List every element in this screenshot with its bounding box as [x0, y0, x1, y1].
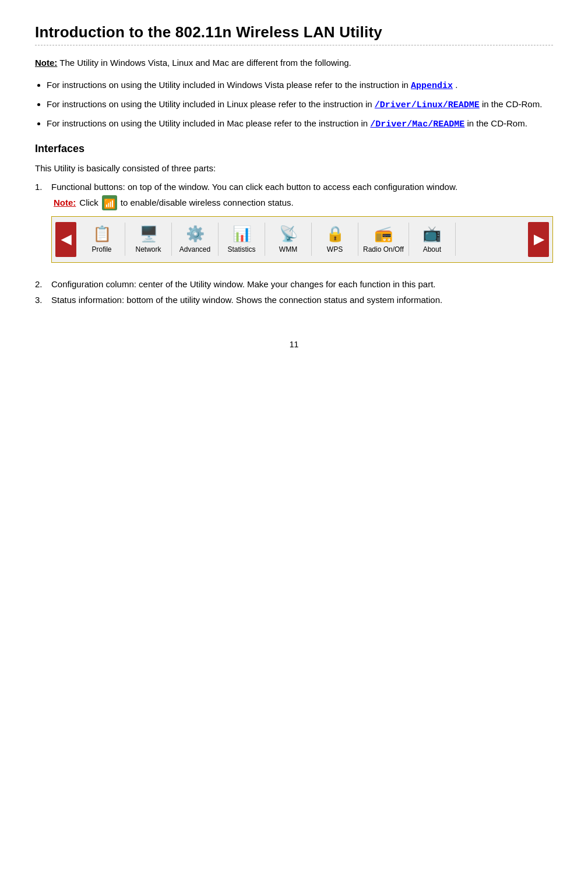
item2-text: Configuration column: center of the Util…: [51, 279, 436, 289]
advanced-label: Advanced: [179, 245, 210, 253]
ordered-list-item-2: 2. Configuration column: center of the U…: [35, 279, 553, 289]
list-num-3: 3.: [35, 295, 48, 305]
item3-text: Status information: bottom of the utilit…: [51, 295, 442, 305]
list-item: For instructions on using the Utility in…: [47, 77, 553, 94]
radio-label: Radio On/Off: [363, 245, 404, 253]
wps-icon: 🔒: [326, 225, 344, 243]
network-label: Network: [135, 245, 161, 253]
item1-text: Functional buttons: on top of the window…: [51, 182, 457, 192]
toolbar-inner: ◀ 📋 Profile 🖥️ Network ⚙️ Advanced: [55, 222, 549, 257]
toolbar-btn-radio[interactable]: 📻 Radio On/Off: [358, 223, 409, 256]
toolbar-btn-wmm[interactable]: 📡 WMM: [265, 223, 312, 256]
svg-text:📶: 📶: [104, 198, 115, 209]
bullet-text-2-before: For instructions on using the Utility in…: [47, 99, 375, 109]
wps-label: WPS: [327, 245, 343, 253]
network-icon: 🖥️: [139, 225, 158, 243]
ordered-list-item-1: 1. Functional buttons: on top of the win…: [35, 182, 553, 273]
list-content-3: Status information: bottom of the utilit…: [51, 295, 553, 305]
about-label: About: [423, 245, 441, 253]
item1-note-text2: to enable/disable wireless connection st…: [121, 198, 294, 207]
toolbar-btn-advanced[interactable]: ⚙️ Advanced: [172, 223, 219, 256]
item1-note: Note: Click 📶 to enable/disable wireless…: [54, 195, 553, 210]
toolbar-image: ◀ 📋 Profile 🖥️ Network ⚙️ Advanced: [51, 216, 553, 263]
title-divider: [35, 45, 553, 45]
item1-note-label: Note:: [54, 198, 76, 207]
interfaces-heading: Interfaces: [35, 143, 553, 155]
bullet-text-3-before: For instructions on using the Utility in…: [47, 118, 370, 128]
bullet-text-3-after: in the CD-Rom.: [467, 118, 527, 128]
bullet-text-1-before: For instructions on using the Utility in…: [47, 80, 411, 90]
page-number: 11: [35, 340, 553, 349]
list-num-1: 1.: [35, 182, 48, 273]
toolbar-right-arrow: ▶: [528, 222, 549, 257]
ordered-list-item-3: 3. Status information: bottom of the uti…: [35, 295, 553, 305]
wmm-icon: 📡: [279, 225, 298, 243]
bullet-text-2-after: in the CD-Rom.: [482, 99, 542, 109]
mac-readme-link[interactable]: /Driver/Mac/README: [370, 119, 464, 129]
item1-note-text: Click: [79, 198, 98, 207]
wifi-enable-icon: 📶: [102, 195, 117, 210]
list-item: For instructions on using the Utility in…: [47, 96, 553, 113]
toolbar-btn-network[interactable]: 🖥️ Network: [125, 223, 172, 256]
toolbar-btn-about[interactable]: 📺 About: [409, 223, 456, 256]
profile-label: Profile: [91, 245, 111, 253]
intro-note: Note: The Utility in Windows Vista, Linu…: [35, 56, 553, 70]
list-content-2: Configuration column: center of the Util…: [51, 279, 553, 289]
page-title: Introduction to the 802.11n Wireless LAN…: [35, 23, 553, 41]
list-item: For instructions on using the Utility in…: [47, 115, 553, 132]
wmm-label: WMM: [279, 245, 297, 253]
bullet-list: For instructions on using the Utility in…: [47, 77, 553, 132]
appendix-link[interactable]: Appendix: [411, 81, 453, 91]
statistics-label: Statistics: [227, 245, 255, 253]
bullet-text-1-after: .: [455, 80, 457, 90]
toolbar-left-arrow: ◀: [55, 222, 76, 257]
toolbar-btn-statistics[interactable]: 📊 Statistics: [219, 223, 265, 256]
statistics-icon: 📊: [233, 225, 251, 243]
toolbar-btn-profile[interactable]: 📋 Profile: [79, 223, 125, 256]
radio-icon: 📻: [374, 225, 393, 243]
interfaces-intro: This Utility is basically consisted of t…: [35, 161, 553, 176]
linux-readme-link[interactable]: /Driver/Linux/README: [375, 100, 480, 110]
note-label: Note:: [35, 58, 57, 68]
note-text: The Utility in Windows Vista, Linux and …: [59, 58, 351, 68]
list-num-2: 2.: [35, 279, 48, 289]
about-icon: 📺: [422, 225, 441, 243]
toolbar-btn-wps[interactable]: 🔒 WPS: [312, 223, 358, 256]
list-content-1: Functional buttons: on top of the window…: [51, 182, 553, 273]
profile-icon: 📋: [93, 225, 111, 243]
advanced-icon: ⚙️: [186, 225, 205, 243]
